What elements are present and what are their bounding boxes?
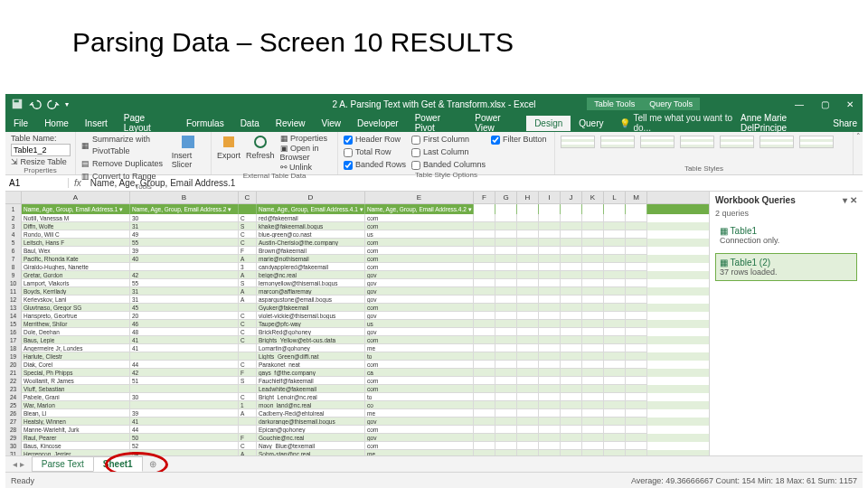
- table-row[interactable]: 7Pacific, Rhonda Kate40Amarie@nothisemai…: [5, 255, 709, 263]
- table-row[interactable]: 22Woollanit, R James51SFauchielf@fakeema…: [5, 377, 709, 385]
- table-row[interactable]: 30Baus, Kincose52CNavy_Blue@texemailcom: [5, 442, 709, 450]
- column-header[interactable]: D: [257, 192, 365, 203]
- column-header[interactable]: B: [130, 192, 239, 203]
- table-row[interactable]: 16Dole, Deehan48CBrickRed@gohoneygov: [5, 328, 709, 336]
- column-header[interactable]: L: [604, 192, 626, 203]
- column-header[interactable]: I: [539, 192, 561, 203]
- table-row[interactable]: 9Gretar, Gordon42Abeige@nc.realgov: [5, 271, 709, 279]
- tab-file[interactable]: File: [5, 116, 36, 131]
- collapse-ribbon-button[interactable]: ˄: [854, 132, 863, 174]
- save-icon[interactable]: [11, 98, 24, 110]
- column-header[interactable]: G: [495, 192, 517, 203]
- table-row[interactable]: 17Baus, Lepie41CBrights_Yellow@ebt-ous.d…: [5, 336, 709, 344]
- sheet-tab-parse-text[interactable]: Parse Text: [32, 456, 94, 472]
- tell-me-search[interactable]: 💡 Tell me what you want to do...: [619, 113, 741, 133]
- table-row[interactable]: 29Raul, Pearer50FGouchie@nc.realgov: [5, 434, 709, 442]
- summarize-pivot-button[interactable]: ▦ Summarize with PivotTable: [81, 134, 166, 157]
- share-button[interactable]: Share: [833, 118, 857, 128]
- table-row[interactable]: 2Notill, Vanessa M30Cred@fakeemailcom: [5, 214, 709, 222]
- table-row[interactable]: 13Gluvtnaso, Gregor SG45Gyuker@fakeemail…: [5, 304, 709, 312]
- export-button[interactable]: Export: [217, 134, 241, 160]
- table-row[interactable]: 18Angermeire Jr, Londes41Lomartin@gohone…: [5, 344, 709, 352]
- name-box[interactable]: A1: [5, 178, 69, 188]
- table-row[interactable]: 5Leitsch, Hans F55CAustin-Cherisio@the.c…: [5, 239, 709, 247]
- user-name[interactable]: Anne Marie DelPrincipe: [741, 113, 824, 133]
- tab-query[interactable]: Query: [571, 116, 611, 131]
- table-style-swatch[interactable]: [600, 136, 635, 148]
- table-row[interactable]: 12Kerievskov, Lani31Aaspargustone@email.…: [5, 296, 709, 304]
- redo-icon[interactable]: [47, 98, 60, 110]
- table-row[interactable]: 21Special, Ph Phipps42Fgays_f@the.compan…: [5, 369, 709, 377]
- fx-icon[interactable]: fx: [69, 178, 87, 188]
- close-icon[interactable]: ✕: [837, 99, 863, 109]
- table-style-swatch[interactable]: [561, 136, 595, 148]
- column-header[interactable]: K: [582, 192, 604, 203]
- column-header[interactable]: H: [517, 192, 539, 203]
- last-column-checkbox[interactable]: Last Column: [411, 146, 486, 158]
- filter-button-checkbox[interactable]: Filter Button: [491, 134, 547, 145]
- total-row-checkbox[interactable]: Total Row: [344, 146, 406, 158]
- properties-link[interactable]: ▦ Properties: [280, 134, 332, 143]
- table-style-swatch[interactable]: [760, 136, 794, 148]
- column-header[interactable]: M: [626, 192, 647, 203]
- open-browser-link[interactable]: ▣ Open in Browser: [280, 144, 332, 162]
- table-row[interactable]: 24Pabele, Grani30CBright_Lenoir@nc.realt…: [5, 393, 709, 401]
- table-style-swatch[interactable]: [640, 136, 675, 148]
- banded-rows-checkbox[interactable]: Banded Rows: [344, 159, 406, 171]
- minimize-icon[interactable]: —: [787, 99, 812, 109]
- tell-me-label: Tell me what you want to do...: [634, 113, 741, 133]
- sheet-nav[interactable]: ◂ ▸: [5, 459, 32, 469]
- table-row[interactable]: 10Lamport, Viakoris55Slemonyellow@thisem…: [5, 279, 709, 287]
- query-item[interactable]: ▦ Table1 Connection only.: [715, 221, 857, 249]
- maximize-icon[interactable]: ▢: [812, 99, 837, 109]
- column-header[interactable]: F: [474, 192, 495, 203]
- table-row[interactable]: 14Hanspreto, Geortrue20Cviolet-vickie@th…: [5, 312, 709, 320]
- unlink-link[interactable]: ⚯ Unlink: [280, 163, 332, 172]
- table-row[interactable]: 28Manne-Wariehlt, Jurk44Epican@gohoneyco…: [5, 426, 709, 434]
- table-row[interactable]: 25War, Marion1moon_land@nc.realco: [5, 401, 709, 409]
- query-item[interactable]: ▦ Table1 (2) 37 rows loaded.: [715, 253, 857, 281]
- table-row[interactable]: 23Vluff, SebastianLeadwhite@fakeemailcom: [5, 385, 709, 393]
- table-row[interactable]: 19Harlute, CliestrLights_Green@diffi.nat…: [5, 352, 709, 361]
- tab-review[interactable]: Review: [268, 116, 314, 131]
- table-row[interactable]: 8Giraldo-Hughes, Nanette3candyapplered@f…: [5, 263, 709, 271]
- table-style-swatch[interactable]: [720, 136, 754, 148]
- banded-columns-checkbox[interactable]: Banded Columns: [411, 159, 486, 171]
- grid-body[interactable]: 1Name, Age, Group, Email Address.1 ▾Name…: [5, 204, 709, 472]
- table-row[interactable]: 27Heatsly, Winnen41darkorange@thisemail.…: [5, 418, 709, 426]
- column-header[interactable]: J: [561, 192, 582, 203]
- table-row[interactable]: 11Boyds, Kerrilady31Amarcon@affiaremaygo…: [5, 287, 709, 296]
- tab-data[interactable]: Data: [232, 116, 268, 131]
- column-header[interactable]: E: [365, 192, 474, 203]
- column-header[interactable]: A: [22, 192, 130, 203]
- formula-input[interactable]: Name, Age, Group, Email Address.1: [87, 178, 863, 188]
- sheet-tab-sheet1[interactable]: Sheet1: [93, 456, 143, 472]
- table-name-input[interactable]: [11, 144, 71, 156]
- table-style-swatch[interactable]: [799, 136, 834, 148]
- remove-duplicates-button[interactable]: ▤ Remove Duplicates: [81, 158, 166, 170]
- table-style-swatch[interactable]: [680, 136, 714, 148]
- tab-home[interactable]: Home: [36, 116, 77, 131]
- tab-design[interactable]: Design: [526, 116, 571, 131]
- tab-developer[interactable]: Developer: [349, 116, 407, 131]
- header-row-checkbox[interactable]: Header Row: [344, 134, 406, 145]
- table-row[interactable]: 6Baul, Wex39FBrown@fakeemailcom: [5, 247, 709, 255]
- table-row[interactable]: 15Merrithew, Shilor46CTaupe@pfc-wayus: [5, 320, 709, 328]
- tab-formulas[interactable]: Formulas: [178, 116, 232, 131]
- select-all-button[interactable]: [5, 192, 22, 203]
- table-row[interactable]: 4Rondo, Will C49Cblue-green@co.nastus: [5, 230, 709, 239]
- undo-icon[interactable]: [29, 98, 42, 110]
- tab-insert[interactable]: Insert: [77, 116, 116, 131]
- qat-dropdown-icon[interactable]: ▾: [65, 100, 69, 108]
- table-row[interactable]: 3Diffn, Wolfe31Skhake@fakeemail.boguscom: [5, 222, 709, 230]
- tab-view[interactable]: View: [314, 116, 350, 131]
- styles-gallery[interactable]: [561, 134, 847, 164]
- table-row[interactable]: 26Blean, Ll39ACadberry-Red@ehtolrealme: [5, 409, 709, 418]
- resize-table-button[interactable]: ⇲ Resize Table: [11, 157, 67, 166]
- column-header[interactable]: C: [239, 192, 257, 203]
- new-sheet-button[interactable]: ⊕: [142, 459, 164, 469]
- table-row[interactable]: 20Diak, Corel44CParakonet_neatcom: [5, 361, 709, 369]
- first-column-checkbox[interactable]: First Column: [411, 134, 486, 145]
- refresh-button[interactable]: Refresh: [246, 134, 275, 160]
- insert-slicer-button[interactable]: Insert Slicer: [172, 134, 205, 169]
